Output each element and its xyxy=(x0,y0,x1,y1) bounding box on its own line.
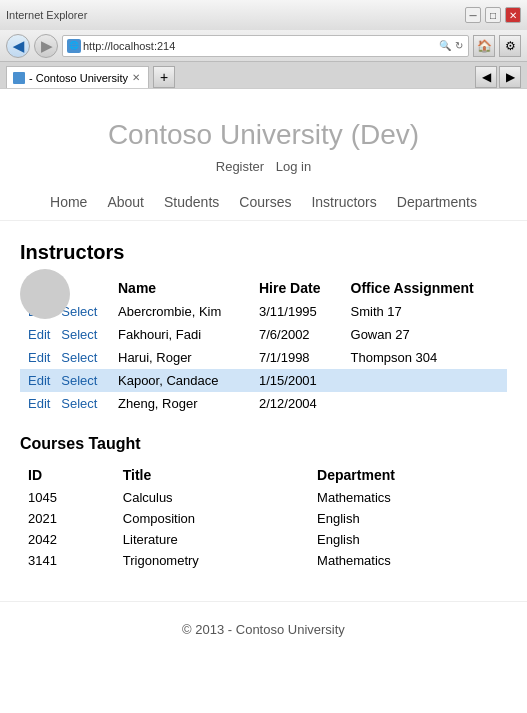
browser-chrome: Internet Explorer ─ □ ✕ ◀ ▶ 🌐 http://loc… xyxy=(0,0,527,89)
avatar xyxy=(20,269,70,319)
select-link-4[interactable]: Select xyxy=(61,396,97,411)
row-actions-cell: Edit Select xyxy=(20,392,110,415)
row-hire-date-cell: 1/15/2001 xyxy=(251,369,343,392)
search-icon[interactable]: 🔍 xyxy=(438,40,452,51)
table-row: Edit Select Harui, Roger 7/1/1998 Thomps… xyxy=(20,346,507,369)
row-actions-cell: Edit Select xyxy=(20,369,110,392)
nav-home[interactable]: Home xyxy=(50,194,87,210)
tab-forward-icon[interactable]: ▶ xyxy=(499,66,521,88)
nav-students[interactable]: Students xyxy=(164,194,219,210)
site-footer: © 2013 - Contoso University xyxy=(0,601,527,657)
row-office-cell xyxy=(343,392,507,415)
title-bar: Internet Explorer ─ □ ✕ xyxy=(0,0,527,30)
row-name-cell: Harui, Roger xyxy=(110,346,251,369)
course-id-cell: 3141 xyxy=(20,550,115,571)
table-header-row: Name Hire Date Office Assignment xyxy=(20,276,507,300)
edit-link-1[interactable]: Edit xyxy=(28,327,50,342)
table-row: Edit Select Fakhouri, Fadi 7/6/2002 Gowa… xyxy=(20,323,507,346)
courses-col-id: ID xyxy=(20,463,115,487)
course-title-cell: Literature xyxy=(115,529,309,550)
edit-link-2[interactable]: Edit xyxy=(28,350,50,365)
footer-text: © 2013 - Contoso University xyxy=(182,622,345,637)
row-hire-date-cell: 3/11/1995 xyxy=(251,300,343,323)
courses-table: ID Title Department 1045 Calculus Mathem… xyxy=(20,463,507,571)
close-button[interactable]: ✕ xyxy=(505,7,521,23)
instructors-table: Name Hire Date Office Assignment Edit Se… xyxy=(20,276,507,415)
nav-bar: ◀ ▶ 🌐 http://localhost:214 🔍 ↻ 🏠 ⚙ xyxy=(0,30,527,62)
row-actions-cell: Edit Select xyxy=(20,346,110,369)
page-heading: Instructors xyxy=(20,241,507,264)
table-row: Edit Select Abercrombie, Kim 3/11/1995 S… xyxy=(20,300,507,323)
courses-row: 1045 Calculus Mathematics xyxy=(20,487,507,508)
address-bar[interactable]: 🌐 http://localhost:214 🔍 ↻ xyxy=(62,35,469,57)
row-actions-cell: Edit Select xyxy=(20,323,110,346)
nav-courses[interactable]: Courses xyxy=(239,194,291,210)
courses-heading: Courses Taught xyxy=(20,435,507,453)
course-dept-cell: Mathematics xyxy=(309,550,507,571)
courses-section: Courses Taught ID Title Department 1045 … xyxy=(20,435,507,571)
courses-row: 2021 Composition English xyxy=(20,508,507,529)
refresh-icon[interactable]: ↻ xyxy=(454,40,464,51)
col-name: Name xyxy=(110,276,251,300)
row-name-cell: Fakhouri, Fadi xyxy=(110,323,251,346)
edit-link-4[interactable]: Edit xyxy=(28,396,50,411)
new-tab-button[interactable]: + xyxy=(153,66,175,88)
courses-col-department: Department xyxy=(309,463,507,487)
address-text: http://localhost:214 xyxy=(83,40,436,52)
page-content: Contoso University (Dev) Register Log in… xyxy=(0,89,527,669)
login-link[interactable]: Log in xyxy=(276,159,311,174)
main-nav: Home About Students Courses Instructors … xyxy=(0,184,527,221)
forward-button[interactable]: ▶ xyxy=(34,34,58,58)
select-link-3[interactable]: Select xyxy=(61,373,97,388)
col-office: Office Assignment xyxy=(343,276,507,300)
nav-instructors[interactable]: Instructors xyxy=(311,194,376,210)
main-content: Instructors Name Hire Date Office Assign… xyxy=(0,231,527,581)
browser-tab[interactable]: - Contoso University ✕ xyxy=(6,66,149,88)
tab-close-button[interactable]: ✕ xyxy=(132,72,140,83)
address-bar-icons: 🔍 ↻ xyxy=(438,40,464,51)
tab-favicon xyxy=(13,72,25,84)
tab-bar: - Contoso University ✕ + ◀ ▶ xyxy=(0,62,527,88)
course-id-cell: 2042 xyxy=(20,529,115,550)
tab-back-icon[interactable]: ◀ xyxy=(475,66,497,88)
row-hire-date-cell: 2/12/2004 xyxy=(251,392,343,415)
register-link[interactable]: Register xyxy=(216,159,264,174)
address-bar-icon: 🌐 xyxy=(67,39,81,53)
courses-row: 3141 Trigonometry Mathematics xyxy=(20,550,507,571)
select-link-1[interactable]: Select xyxy=(61,327,97,342)
row-office-cell: Smith 17 xyxy=(343,300,507,323)
course-dept-cell: Mathematics xyxy=(309,487,507,508)
nav-departments[interactable]: Departments xyxy=(397,194,477,210)
row-office-cell xyxy=(343,369,507,392)
course-title-cell: Trigonometry xyxy=(115,550,309,571)
course-id-cell: 1045 xyxy=(20,487,115,508)
courses-row: 2042 Literature English xyxy=(20,529,507,550)
row-hire-date-cell: 7/1/1998 xyxy=(251,346,343,369)
courses-col-title: Title xyxy=(115,463,309,487)
home-button[interactable]: 🏠 xyxy=(473,35,495,57)
nav-about[interactable]: About xyxy=(107,194,144,210)
table-row: Edit Select Zheng, Roger 2/12/2004 xyxy=(20,392,507,415)
course-dept-cell: English xyxy=(309,529,507,550)
table-row: Edit Select Kapoor, Candace 1/15/2001 xyxy=(20,369,507,392)
row-name-cell: Kapoor, Candace xyxy=(110,369,251,392)
courses-header-row: ID Title Department xyxy=(20,463,507,487)
back-button[interactable]: ◀ xyxy=(6,34,30,58)
row-name-cell: Abercrombie, Kim xyxy=(110,300,251,323)
select-link-2[interactable]: Select xyxy=(61,350,97,365)
minimize-button[interactable]: ─ xyxy=(465,7,481,23)
course-id-cell: 2021 xyxy=(20,508,115,529)
window-title: Internet Explorer xyxy=(6,9,461,21)
maximize-button[interactable]: □ xyxy=(485,7,501,23)
row-office-cell: Gowan 27 xyxy=(343,323,507,346)
tab-label: - Contoso University xyxy=(29,72,128,84)
site-header: Contoso University (Dev) Register Log in xyxy=(0,89,527,184)
auth-links: Register Log in xyxy=(20,159,507,174)
tools-button[interactable]: ⚙ xyxy=(499,35,521,57)
site-title: Contoso University (Dev) xyxy=(20,119,507,151)
col-hire-date: Hire Date xyxy=(251,276,343,300)
course-title-cell: Calculus xyxy=(115,487,309,508)
edit-link-3[interactable]: Edit xyxy=(28,373,50,388)
course-dept-cell: English xyxy=(309,508,507,529)
course-title-cell: Composition xyxy=(115,508,309,529)
